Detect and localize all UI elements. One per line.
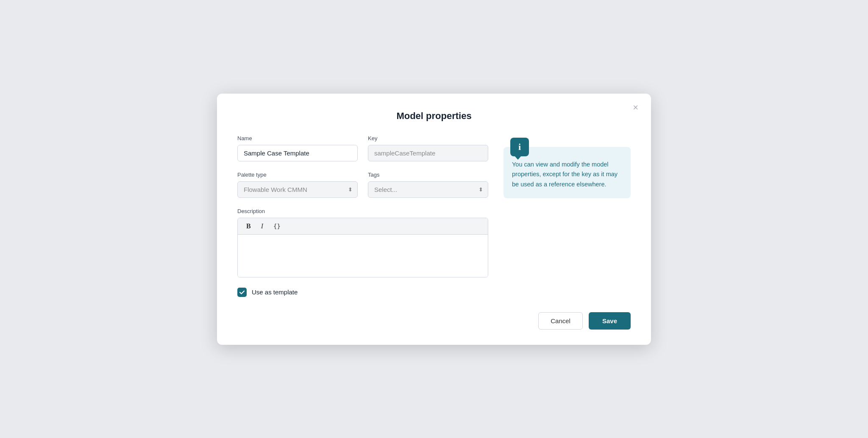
description-label: Description bbox=[237, 208, 488, 214]
modal-body: Name Key Palette type Flowable Work CMMN bbox=[237, 135, 631, 297]
description-content[interactable] bbox=[238, 235, 488, 277]
use-template-label: Use as template bbox=[252, 288, 298, 296]
bold-button[interactable]: B bbox=[244, 222, 253, 231]
code-button[interactable]: {} bbox=[271, 222, 283, 230]
use-template-row: Use as template bbox=[237, 288, 488, 297]
name-label: Name bbox=[237, 135, 358, 141]
palette-select[interactable]: Flowable Work CMMN bbox=[237, 181, 358, 198]
key-group: Key bbox=[368, 135, 488, 161]
tags-select[interactable]: Select... bbox=[368, 181, 488, 198]
cancel-button[interactable]: Cancel bbox=[538, 312, 583, 330]
use-template-checkbox[interactable] bbox=[237, 288, 247, 297]
info-box: i You can view and modify the model prop… bbox=[504, 147, 631, 199]
tags-group: Tags Select... ⬍ bbox=[368, 172, 488, 198]
key-input bbox=[368, 145, 488, 161]
italic-button[interactable]: I bbox=[259, 222, 266, 231]
tags-select-wrapper: Select... ⬍ bbox=[368, 181, 488, 198]
palette-select-wrapper: Flowable Work CMMN ⬍ bbox=[237, 181, 358, 198]
close-button[interactable]: × bbox=[629, 101, 642, 114]
modal-title: Model properties bbox=[237, 111, 631, 122]
form-section: Name Key Palette type Flowable Work CMMN bbox=[237, 135, 488, 297]
palette-tags-row: Palette type Flowable Work CMMN ⬍ Tags S… bbox=[237, 172, 488, 198]
save-button[interactable]: Save bbox=[589, 312, 631, 330]
palette-label: Palette type bbox=[237, 172, 358, 178]
checkmark-icon bbox=[239, 289, 245, 295]
description-editor: B I {} bbox=[237, 218, 488, 277]
info-section: i You can view and modify the model prop… bbox=[504, 135, 631, 199]
modal-dialog: × Model properties Name Key Palette type bbox=[217, 94, 651, 345]
palette-group: Palette type Flowable Work CMMN ⬍ bbox=[237, 172, 358, 198]
name-key-row: Name Key bbox=[237, 135, 488, 161]
info-icon: i bbox=[510, 138, 529, 156]
description-group: Description B I {} bbox=[237, 208, 488, 277]
info-text: You can view and modify the model proper… bbox=[512, 160, 622, 190]
modal-footer: Cancel Save bbox=[237, 312, 631, 330]
tags-label: Tags bbox=[368, 172, 488, 178]
name-group: Name bbox=[237, 135, 358, 161]
editor-toolbar: B I {} bbox=[238, 218, 488, 235]
key-label: Key bbox=[368, 135, 488, 141]
name-input[interactable] bbox=[237, 145, 358, 161]
